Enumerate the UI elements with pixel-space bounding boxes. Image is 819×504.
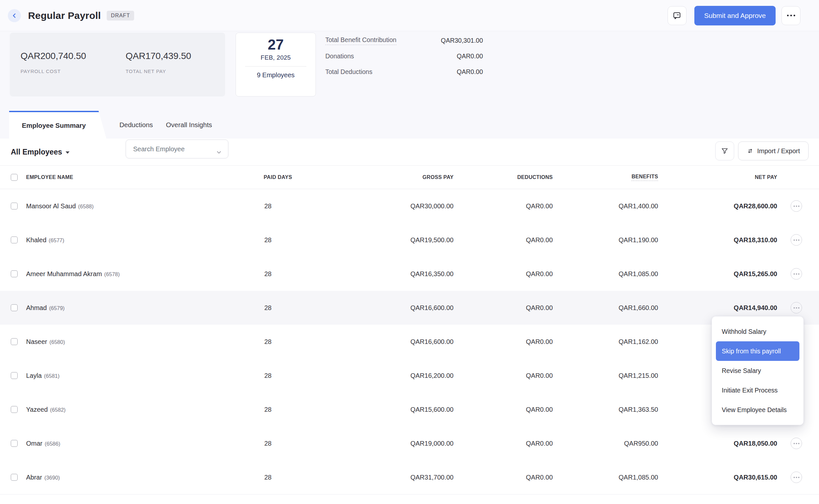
employee-name-cell: Abrar(3690) bbox=[26, 474, 60, 481]
column-benefits[interactable]: BENEFITS bbox=[632, 174, 658, 181]
column-gross-pay: GROSS PAY bbox=[423, 174, 454, 180]
deductions-cell: QAR0.00 bbox=[526, 338, 553, 346]
row-actions-button[interactable] bbox=[791, 268, 802, 280]
employee-name-cell: Layla(6581) bbox=[26, 372, 60, 379]
employee-id: (6582) bbox=[50, 407, 66, 413]
tab-label: Employee Summary bbox=[9, 122, 98, 129]
employee-summary-panel: All Employees bbox=[0, 139, 819, 504]
table-row: Omar(6586) 28 QAR19,000.00 QAR0.00 QAR95… bbox=[0, 426, 819, 460]
deductions-cell: QAR0.00 bbox=[526, 372, 553, 379]
filter-row: All Employees bbox=[0, 139, 819, 166]
employee-name: Layla bbox=[26, 372, 42, 379]
benefits-cell: QAR1,085.00 bbox=[619, 270, 658, 278]
employee-name-cell: Yazeed(6582) bbox=[26, 406, 66, 413]
employee-id: (3690) bbox=[44, 475, 60, 481]
table-row: Mansoor Al Saud(6588) 28 QAR30,000.00 QA… bbox=[0, 189, 819, 223]
menu-item[interactable]: Revise Salary bbox=[716, 361, 799, 380]
benefits-cell: QAR1,215.00 bbox=[619, 372, 658, 379]
search-employee-select[interactable] bbox=[126, 140, 229, 158]
employee-table-body: Mansoor Al Saud(6588) 28 QAR30,000.00 QA… bbox=[0, 189, 819, 495]
benefits-cell: QAR1,400.00 bbox=[619, 202, 658, 210]
benefit-value: QAR0.00 bbox=[457, 52, 483, 60]
gross-pay-cell: QAR31,700.00 bbox=[410, 474, 454, 481]
paid-days-cell: 28 bbox=[264, 202, 272, 210]
benefits-cell: QAR1,085.00 bbox=[619, 474, 658, 481]
gross-pay-cell: QAR16,600.00 bbox=[410, 338, 454, 346]
column-deductions: DEDUCTIONS bbox=[517, 174, 553, 180]
tab[interactable]: Employee Summary bbox=[9, 111, 106, 139]
row-actions-button[interactable] bbox=[791, 438, 802, 449]
payroll-cost-value: QAR200,740.50 bbox=[21, 51, 86, 61]
more-actions-button[interactable] bbox=[782, 6, 800, 25]
employee-name-cell: Ameer Muhammad Akram(6578) bbox=[26, 270, 120, 278]
menu-item[interactable]: Initiate Exit Process bbox=[716, 380, 799, 400]
row-checkbox[interactable] bbox=[11, 271, 18, 277]
row-checkbox[interactable] bbox=[11, 304, 18, 311]
employee-name: Mansoor Al Saud bbox=[26, 202, 76, 210]
row-checkbox[interactable] bbox=[11, 440, 18, 447]
deductions-cell: QAR0.00 bbox=[526, 406, 553, 413]
row-checkbox[interactable] bbox=[11, 474, 18, 481]
funnel-icon bbox=[721, 147, 729, 155]
deductions-cell: QAR0.00 bbox=[526, 236, 553, 244]
net-pay-cell: QAR28,600.00 bbox=[734, 202, 777, 210]
back-button[interactable] bbox=[8, 9, 21, 22]
paid-days-cell: 28 bbox=[264, 372, 272, 379]
paid-days-cell: 28 bbox=[264, 474, 272, 481]
net-pay-cell: QAR14,940.00 bbox=[734, 304, 777, 312]
row-checkbox[interactable] bbox=[11, 406, 18, 413]
employee-id: (6588) bbox=[78, 203, 94, 209]
total-net-pay-value: QAR170,439.50 bbox=[126, 51, 191, 61]
employee-id: (6577) bbox=[49, 237, 64, 243]
net-pay-cell: QAR15,265.00 bbox=[734, 270, 777, 278]
gross-pay-cell: QAR19,000.00 bbox=[410, 440, 454, 447]
pay-date-card: 27 FEB, 2025 9 Employees bbox=[236, 33, 316, 96]
row-actions-button[interactable] bbox=[791, 302, 802, 314]
comments-button[interactable] bbox=[668, 6, 687, 25]
top-bar: Regular Payroll DRAFT Submit and Approve bbox=[0, 0, 819, 31]
row-checkbox[interactable] bbox=[11, 203, 18, 210]
row-checkbox[interactable] bbox=[11, 338, 18, 345]
net-pay-cell: QAR30,615.00 bbox=[734, 474, 777, 481]
net-pay-cell: QAR18,050.00 bbox=[734, 440, 777, 447]
row-checkbox[interactable] bbox=[11, 237, 18, 244]
row-actions-button[interactable] bbox=[791, 200, 802, 212]
arrows-up-down-icon bbox=[747, 147, 754, 155]
benefits-cell: QAR1,363.50 bbox=[619, 406, 658, 413]
table-row: Abrar(3690) 28 QAR31,700.00 QAR0.00 QAR1… bbox=[0, 460, 819, 494]
paid-days-cell: 28 bbox=[264, 338, 272, 346]
row-actions-button[interactable] bbox=[791, 472, 802, 483]
table-row: Yazeed(6582) 28 QAR15,600.00 QAR0.00 QAR… bbox=[0, 393, 819, 426]
search-employee-input[interactable] bbox=[126, 145, 204, 153]
tab[interactable]: Overall Insights bbox=[166, 111, 212, 139]
payroll-cost-stat: QAR200,740.50 PAYROLL COST bbox=[21, 51, 86, 74]
benefit-value: QAR0.00 bbox=[457, 68, 483, 76]
gross-pay-cell: QAR16,600.00 bbox=[410, 304, 454, 312]
employee-name-cell: Ahmad(6579) bbox=[26, 304, 65, 312]
payroll-cost-label: PAYROLL COST bbox=[21, 68, 86, 74]
menu-item[interactable]: Skip from this payroll bbox=[716, 341, 799, 361]
filter-button[interactable] bbox=[715, 141, 734, 160]
gross-pay-cell: QAR16,200.00 bbox=[410, 372, 454, 379]
row-checkbox[interactable] bbox=[11, 372, 18, 379]
tab[interactable]: Deductions bbox=[119, 111, 153, 139]
table-row: Ameer Muhammad Akram(6578) 28 QAR16,350.… bbox=[0, 257, 819, 291]
select-all-checkbox[interactable] bbox=[11, 174, 18, 181]
employee-name: Ahmad bbox=[26, 304, 47, 311]
employee-name: Abrar bbox=[26, 474, 42, 481]
import-export-button[interactable]: Import / Export bbox=[738, 141, 809, 160]
submit-and-approve-button[interactable]: Submit and Approve bbox=[694, 6, 776, 25]
employee-filter-dropdown[interactable]: All Employees bbox=[11, 148, 69, 156]
row-actions-button[interactable] bbox=[791, 234, 802, 246]
deductions-cell: QAR0.00 bbox=[526, 202, 553, 210]
paid-days-cell: 28 bbox=[264, 406, 272, 413]
menu-item[interactable]: View Employee Details bbox=[716, 400, 799, 420]
caret-down-icon bbox=[66, 152, 69, 154]
employee-name: Ameer Muhammad Akram bbox=[26, 270, 102, 277]
benefit-label[interactable]: Total Benefit Contribution bbox=[325, 36, 396, 45]
chevron-left-icon bbox=[11, 12, 18, 19]
benefits-cell: QAR950.00 bbox=[624, 440, 658, 447]
menu-item[interactable]: Withhold Salary bbox=[716, 322, 799, 341]
ellipsis-icon bbox=[787, 15, 795, 16]
employee-name-cell: Khaled(6577) bbox=[26, 236, 64, 244]
